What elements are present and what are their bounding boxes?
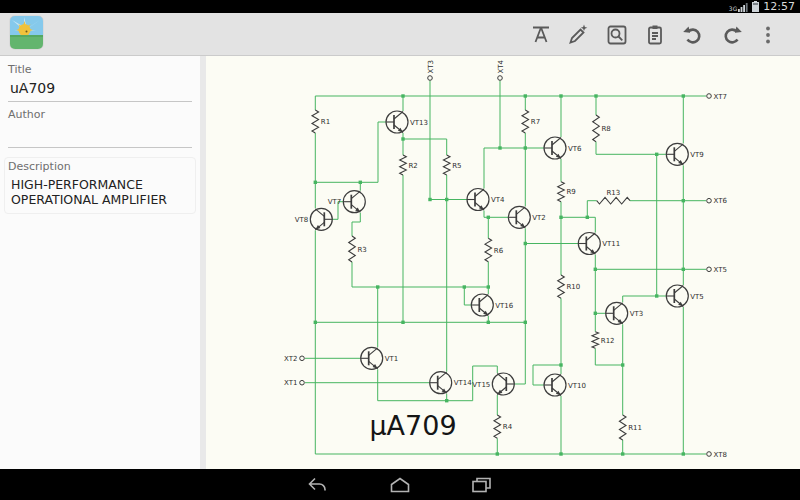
svg-text:VT4: VT4	[491, 196, 505, 204]
svg-text:R2: R2	[409, 162, 418, 170]
recents-button[interactable]	[470, 476, 494, 494]
schematic-drawing: R1R7R8R2R5R9R3R6R10R12R4R11R13VT13VT7VT8…	[206, 56, 800, 469]
svg-text:VT8: VT8	[295, 216, 309, 224]
description-field[interactable]: Description HIGH-PERFORMANCE OPERATIONAL…	[4, 157, 196, 214]
title-field[interactable]: uA709	[8, 79, 192, 102]
navigation-bar	[0, 469, 800, 500]
back-button[interactable]	[306, 476, 330, 494]
svg-text:R9: R9	[567, 188, 576, 196]
author-label: Author	[8, 108, 192, 121]
svg-text:R6: R6	[494, 247, 504, 255]
svg-text:R13: R13	[606, 189, 620, 197]
svg-text:R8: R8	[602, 125, 611, 133]
signal-bars-icon	[738, 2, 748, 12]
svg-text:VT10: VT10	[568, 382, 586, 390]
svg-text:XT6: XT6	[714, 197, 728, 205]
undo-button[interactable]	[675, 17, 711, 53]
svg-text:XT2: XT2	[284, 355, 297, 363]
signal-icon: 3G	[729, 2, 748, 12]
home-icon	[388, 477, 412, 493]
svg-text:R12: R12	[601, 337, 615, 345]
svg-text:VT9: VT9	[690, 151, 704, 159]
network-type-label: 3G	[729, 6, 737, 12]
zoom-tool-button[interactable]	[599, 17, 635, 53]
overflow-menu-icon	[756, 23, 780, 47]
component-tool-icon	[529, 23, 553, 47]
svg-text:VT7: VT7	[328, 198, 342, 206]
paste-tool-icon	[643, 23, 667, 47]
status-bar: 3G 12:57	[0, 0, 800, 13]
svg-text:VT15: VT15	[472, 381, 490, 389]
svg-text:μA709: μA709	[369, 410, 456, 441]
schematic-canvas[interactable]: R1R7R8R2R5R9R3R6R10R12R4R11R13VT13VT7VT8…	[206, 56, 800, 469]
properties-sidebar: Title uA709 Author Description HIGH-PERF…	[0, 56, 200, 469]
overflow-menu-button[interactable]	[755, 17, 781, 53]
battery-icon	[752, 2, 759, 12]
redo-icon	[720, 23, 744, 47]
recents-icon	[470, 477, 494, 493]
svg-text:VT13: VT13	[410, 119, 428, 127]
svg-text:VT1: VT1	[385, 355, 399, 363]
svg-text:XT5: XT5	[714, 266, 727, 274]
svg-text:XT4: XT4	[497, 60, 505, 74]
svg-text:XT7: XT7	[714, 93, 727, 101]
description-label: Description	[8, 160, 192, 173]
redo-button[interactable]	[714, 17, 750, 53]
status-clock: 12:57	[763, 0, 795, 13]
description-text: HIGH-PERFORMANCE OPERATIONAL AMPLIFIER	[8, 177, 192, 207]
paste-tool-button[interactable]	[637, 17, 673, 53]
svg-text:R1: R1	[321, 118, 330, 126]
draw-tool-button[interactable]	[560, 17, 596, 53]
svg-text:R10: R10	[567, 283, 581, 291]
svg-text:XT3: XT3	[427, 60, 435, 73]
action-bar	[0, 13, 800, 56]
title-label: Title	[8, 63, 192, 76]
app-screen: 3G 12:57	[0, 0, 800, 500]
svg-text:R3: R3	[358, 246, 367, 254]
home-button[interactable]	[388, 476, 412, 494]
svg-text:XT8: XT8	[714, 451, 727, 459]
svg-text:R4: R4	[503, 423, 513, 431]
svg-text:R5: R5	[452, 162, 461, 170]
svg-text:XT1: XT1	[284, 379, 297, 387]
svg-text:VT16: VT16	[495, 302, 514, 310]
undo-icon	[681, 23, 705, 47]
svg-text:VT5: VT5	[690, 293, 704, 301]
svg-text:VT14: VT14	[454, 379, 473, 387]
app-icon[interactable]	[10, 16, 43, 49]
svg-text:VT3: VT3	[630, 310, 644, 318]
draw-tool-icon	[566, 23, 590, 47]
svg-text:R11: R11	[628, 424, 642, 432]
author-field[interactable]	[8, 124, 192, 148]
status-icons: 3G 12:57	[729, 0, 795, 13]
svg-text:R7: R7	[531, 118, 540, 126]
component-tool-button[interactable]	[523, 17, 559, 53]
back-icon	[306, 477, 330, 493]
zoom-tool-icon	[605, 23, 629, 47]
svg-text:VT11: VT11	[602, 240, 620, 248]
svg-text:VT6: VT6	[568, 145, 582, 153]
svg-text:VT2: VT2	[532, 214, 546, 222]
